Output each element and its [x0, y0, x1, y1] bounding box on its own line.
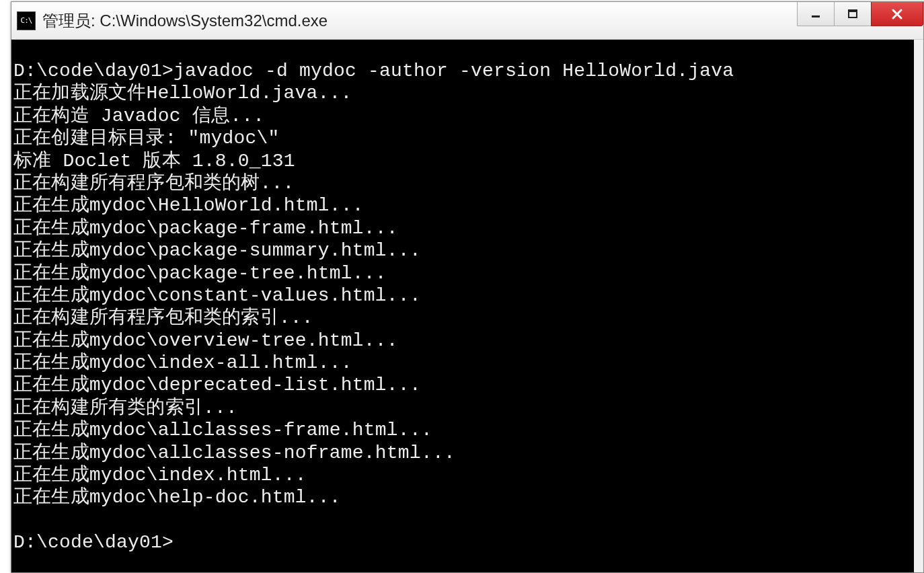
output-line: 正在生成mydoc\allclasses-noframe.html...	[13, 442, 914, 464]
maximize-button[interactable]	[834, 2, 872, 26]
output-line: 标准 Doclet 版本 1.8.0_131	[13, 150, 914, 172]
window-titlebar[interactable]: C:\ 管理员: C:\Windows\System32\cmd.exe	[11, 2, 923, 40]
output-line: 正在生成mydoc\package-tree.html...	[13, 262, 914, 284]
prompt-line: D:\code\day01>	[13, 531, 914, 553]
output-line: 正在加载源文件HelloWorld.java...	[13, 82, 914, 104]
output-line: 正在生成mydoc\overview-tree.html...	[13, 330, 914, 352]
maximize-icon	[847, 9, 858, 20]
svg-rect-2	[849, 10, 857, 12]
output-line: 正在生成mydoc\index-all.html...	[13, 352, 914, 374]
output-line: 正在构建所有类的索引...	[13, 397, 914, 419]
output-line: 正在生成mydoc\package-summary.html...	[13, 239, 914, 262]
output-line: 正在构建所有程序包和类的树...	[13, 172, 914, 194]
output-line: 正在生成mydoc\package-frame.html...	[13, 217, 914, 239]
output-line: 正在生成mydoc\help-doc.html...	[13, 486, 914, 508]
cmd-icon-label: C:\	[21, 17, 32, 24]
svg-rect-0	[812, 15, 820, 17]
command-text: javadoc -d mydoc -author -version HelloW…	[174, 61, 734, 81]
output-line: 正在构建所有程序包和类的索引...	[13, 307, 914, 329]
close-button[interactable]	[871, 2, 923, 26]
prompt: D:\code\day01>	[13, 532, 174, 553]
close-icon	[890, 9, 904, 20]
window-controls	[798, 2, 923, 26]
output-line: 正在生成mydoc\allclasses-frame.html...	[13, 419, 914, 441]
output-line: 正在生成mydoc\deprecated-list.html...	[13, 374, 914, 396]
blank-line	[13, 509, 914, 531]
cmd-window: C:\ 管理员: C:\Windows\System32\cmd.exe D:\…	[11, 1, 924, 573]
minimize-icon	[810, 9, 821, 20]
prompt: D:\code\day01>	[13, 61, 174, 81]
output-line: 正在构造 Javadoc 信息...	[13, 105, 914, 127]
output-line: 正在创建目标目录: "mydoc\"	[13, 127, 914, 149]
console-output[interactable]: D:\code\day01>javadoc -d mydoc -author -…	[11, 40, 923, 572]
window-title: 管理员: C:\Windows\System32\cmd.exe	[42, 10, 923, 32]
output-line: 正在生成mydoc\constant-values.html...	[13, 284, 914, 307]
output-line: 正在生成mydoc\index.html...	[13, 464, 914, 486]
cmd-icon: C:\	[17, 11, 36, 30]
output-line: 正在生成mydoc\HelloWorld.html...	[13, 194, 914, 217]
command-line: D:\code\day01>javadoc -d mydoc -author -…	[13, 60, 914, 82]
minimize-button[interactable]	[797, 2, 835, 26]
